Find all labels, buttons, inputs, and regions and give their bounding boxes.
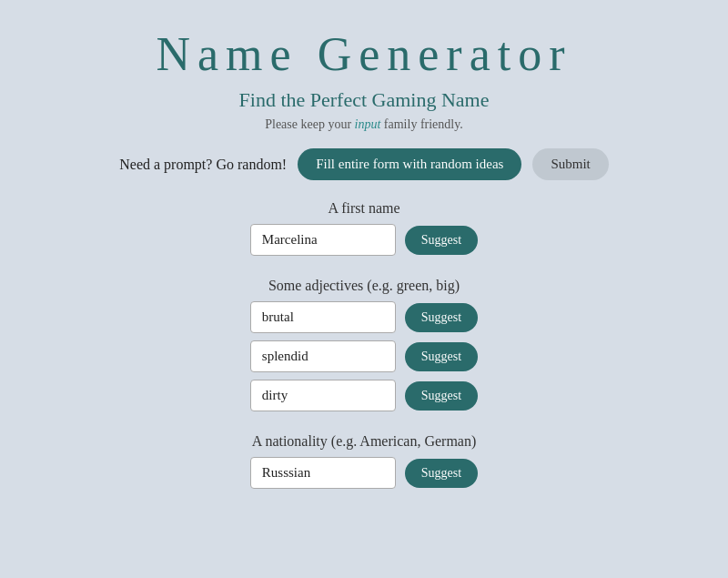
page-title: Name Generator [156, 27, 571, 81]
field-row-adjectives-1: Suggest [250, 340, 478, 372]
family-note: Please keep your input family friendly. [265, 117, 463, 132]
suggest-button-adjectives-1[interactable]: Suggest [405, 342, 478, 371]
field-row-first-name-0: Suggest [250, 224, 478, 256]
input-first-name-0[interactable] [250, 224, 396, 256]
suggest-button-adjectives-2[interactable]: Suggest [405, 381, 478, 411]
section-label-first-name: A first name [328, 200, 399, 217]
fill-random-button[interactable]: Fill entire form with random ideas [298, 148, 521, 180]
field-row-adjectives-2: Suggest [250, 380, 478, 411]
random-row: Need a prompt? Go random! Fill entire fo… [36, 148, 692, 180]
page-subtitle: Find the Perfect Gaming Name [239, 88, 490, 112]
section-nationality: A nationality (e.g. American, German)Sug… [250, 433, 478, 496]
input-nationality-0[interactable] [250, 457, 396, 489]
note-link: input [355, 117, 381, 131]
submit-button[interactable]: Submit [532, 148, 608, 180]
input-adjectives-1[interactable] [250, 340, 396, 372]
suggest-button-first-name-0[interactable]: Suggest [405, 226, 478, 255]
section-first-name: A first nameSuggest [250, 200, 478, 263]
input-adjectives-2[interactable] [250, 380, 396, 411]
field-row-adjectives-0: Suggest [250, 301, 478, 333]
input-adjectives-0[interactable] [250, 301, 396, 333]
field-row-nationality-0: Suggest [250, 457, 478, 489]
form-sections: A first nameSuggestSome adjectives (e.g.… [250, 200, 478, 511]
section-adjectives: Some adjectives (e.g. green, big)Suggest… [250, 278, 478, 419]
suggest-button-adjectives-0[interactable]: Suggest [405, 303, 478, 332]
random-prompt-text: Need a prompt? Go random! [119, 157, 287, 173]
suggest-button-nationality-0[interactable]: Suggest [405, 459, 478, 488]
section-label-adjectives: Some adjectives (e.g. green, big) [268, 278, 460, 294]
section-label-nationality: A nationality (e.g. American, German) [252, 433, 477, 450]
